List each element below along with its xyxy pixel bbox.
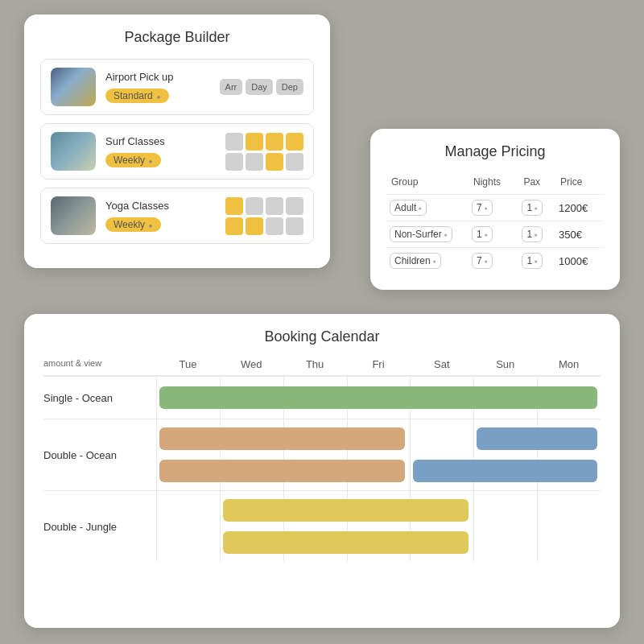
col-nights: Nights — [469, 173, 518, 195]
package-item-airport: Airport Pick up Standard ⬥ Arr Day Dep — [40, 59, 314, 115]
double-ocean-blue-bar-2[interactable] — [413, 460, 597, 482]
day-cell[interactable] — [286, 133, 303, 151]
day-button[interactable]: Day — [246, 79, 273, 95]
day-cell[interactable] — [246, 217, 263, 235]
col-thu: Thu — [283, 358, 347, 370]
package-builder-title: Package Builder — [40, 29, 314, 46]
col-wed: Wed — [220, 358, 283, 370]
pax-adult-cell: 1 ⬥ — [518, 195, 555, 221]
select-arrow-icon: ⬥ — [534, 257, 538, 265]
double-jungle-yellow-bar-2[interactable] — [223, 531, 469, 554]
pricing-row-nonsurfer: Non-Surfer ⬥ 1 ⬥ 1 ⬥ 35 — [386, 221, 604, 248]
double-ocean-blue-bar-1[interactable] — [477, 427, 597, 450]
select-arrow-icon: ⬥ — [432, 257, 436, 265]
col-fri: Fri — [347, 358, 411, 370]
surf-badge[interactable]: Weekly ⬥ — [105, 153, 161, 167]
double-ocean-orange-bar-2[interactable] — [159, 460, 405, 482]
badge-arrow-icon: ⬥ — [148, 221, 153, 229]
pax-nonsurfer-select[interactable]: 1 ⬥ — [522, 226, 543, 242]
select-arrow-icon: ⬥ — [444, 230, 448, 238]
package-item-yoga: Yoga Classes Weekly ⬥ — [40, 188, 314, 244]
manage-pricing-title: Manage Pricing — [386, 143, 604, 160]
nights-nonsurfer-cell: 1 ⬥ — [469, 221, 518, 248]
double-ocean-orange-bar-1[interactable] — [159, 427, 405, 450]
yoga-name: Yoga Classes — [105, 200, 216, 212]
yoga-info: Yoga Classes Weekly ⬥ — [105, 200, 216, 232]
day-cell[interactable] — [225, 217, 243, 235]
day-cell[interactable] — [266, 153, 283, 171]
price-adult: 1200€ — [555, 195, 604, 221]
day-cell[interactable] — [225, 153, 243, 171]
day-cell[interactable] — [286, 217, 303, 235]
single-ocean-green-bar[interactable] — [159, 386, 597, 409]
select-arrow-icon: ⬥ — [484, 257, 488, 265]
pax-children-cell: 1 ⬥ — [518, 248, 555, 275]
group-adult-select[interactable]: Adult ⬥ — [390, 200, 427, 216]
nights-adult-select[interactable]: 7 ⬥ — [472, 200, 493, 216]
price-nonsurfer: 350€ — [555, 221, 604, 248]
airport-name: Airport Pick up — [105, 71, 210, 83]
group-adult-cell: Adult ⬥ — [386, 195, 459, 221]
day-cell[interactable] — [266, 217, 283, 235]
day-cell[interactable] — [286, 153, 303, 171]
pax-children-select[interactable]: 1 ⬥ — [522, 253, 543, 269]
single-ocean-row: Single - Ocean — [43, 376, 601, 419]
day-cell[interactable] — [246, 197, 263, 215]
double-jungle-yellow-bar-1[interactable] — [223, 499, 469, 522]
day-cell[interactable] — [246, 153, 263, 171]
day-cell[interactable] — [246, 133, 263, 151]
group-nonsurfer-cell: Non-Surfer ⬥ — [386, 221, 459, 248]
day-cell[interactable] — [225, 197, 243, 215]
day-cell[interactable] — [266, 197, 283, 215]
nights-nonsurfer-select[interactable]: 1 ⬥ — [472, 226, 493, 242]
col-pax: Pax — [518, 173, 555, 195]
surf-name: Surf Classes — [105, 135, 216, 147]
double-ocean-label: Double - Ocean — [43, 443, 156, 468]
amount-view-label: amount & view — [43, 358, 156, 370]
col-sun: Sun — [473, 358, 537, 370]
pricing-row-adult: Adult ⬥ 7 ⬥ 1 ⬥ 1200€ — [386, 195, 604, 221]
yoga-day-grid — [225, 197, 303, 235]
price-children: 1000€ — [555, 248, 604, 275]
manage-pricing-card: Manage Pricing Group Nights Pax Price Ad… — [370, 129, 620, 290]
airport-thumbnail — [51, 68, 96, 106]
select-arrow-icon: ⬥ — [484, 204, 488, 212]
select-arrow-icon: ⬥ — [534, 230, 538, 238]
nights-adult-cell: 7 ⬥ — [469, 195, 518, 221]
double-ocean-row: Double - Ocean — [43, 419, 601, 490]
pax-nonsurfer-cell: 1 ⬥ — [518, 221, 555, 248]
day-cell[interactable] — [266, 133, 283, 151]
pax-adult-select[interactable]: 1 ⬥ — [522, 200, 543, 216]
double-jungle-label: Double - Jungle — [43, 514, 156, 539]
arr-button[interactable]: Arr — [220, 79, 243, 95]
booking-calendar-title: Booking Calendar — [43, 328, 601, 345]
yoga-badge[interactable]: Weekly ⬥ — [105, 217, 161, 232]
day-cell[interactable] — [286, 197, 303, 215]
badge-arrow-icon: ⬥ — [148, 156, 153, 165]
col-mon: Mon — [537, 358, 601, 370]
col-empty — [459, 173, 469, 195]
nights-children-cell: 7 ⬥ — [469, 248, 518, 275]
col-price: Price — [555, 173, 604, 195]
nights-children-select[interactable]: 7 ⬥ — [472, 253, 493, 269]
dep-button[interactable]: Dep — [276, 79, 303, 95]
airport-controls: Arr Day Dep — [220, 79, 303, 95]
select-arrow-icon: ⬥ — [484, 230, 488, 238]
package-builder-card: Package Builder Airport Pick up Standard… — [24, 14, 330, 268]
day-cell[interactable] — [225, 133, 243, 151]
col-sat: Sat — [410, 358, 473, 370]
surf-info: Surf Classes Weekly ⬥ — [105, 135, 216, 167]
col-group: Group — [386, 173, 459, 195]
single-ocean-label: Single - Ocean — [43, 386, 156, 411]
group-children-cell: Children ⬥ — [386, 248, 459, 275]
surf-day-grid — [225, 133, 303, 171]
group-nonsurfer-select[interactable]: Non-Surfer ⬥ — [390, 226, 452, 242]
pricing-table: Group Nights Pax Price Adult ⬥ 7 — [386, 173, 604, 274]
airport-badge[interactable]: Standard ⬥ — [105, 89, 169, 103]
booking-calendar-card: Booking Calendar amount & view Tue Wed T… — [24, 314, 620, 628]
airport-info: Airport Pick up Standard ⬥ — [105, 71, 210, 103]
group-children-select[interactable]: Children ⬥ — [390, 253, 441, 269]
package-item-surf: Surf Classes Weekly ⬥ — [40, 123, 314, 180]
double-jungle-row: Double - Jungle — [43, 490, 601, 562]
select-arrow-icon: ⬥ — [534, 204, 538, 212]
